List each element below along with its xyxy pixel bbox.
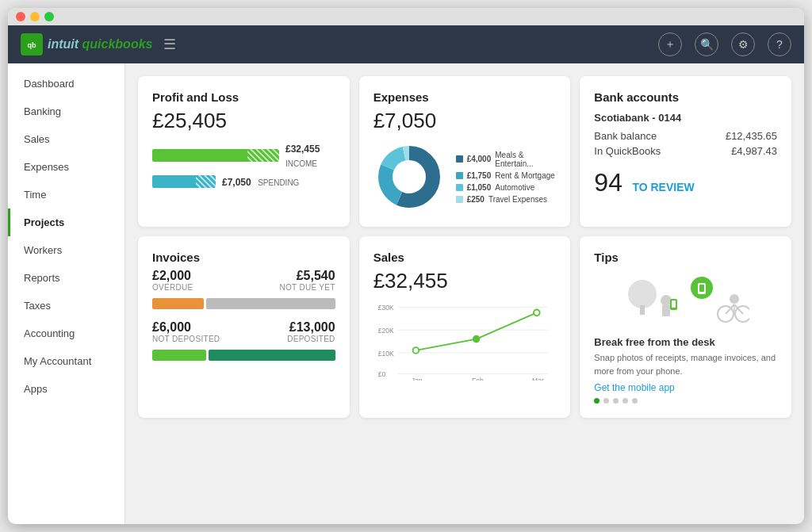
maximize-button[interactable] xyxy=(44,12,54,21)
svg-text:Feb: Feb xyxy=(472,377,484,381)
sidebar-item-apps[interactable]: Apps xyxy=(8,375,124,403)
svg-text:£20K: £20K xyxy=(377,327,393,335)
cards-grid: Profit and Loss £25,405 £32,455 INCOME xyxy=(138,76,791,418)
close-button[interactable] xyxy=(16,12,25,21)
deposited-bar xyxy=(209,350,335,361)
sidebar-item-expenses[interactable]: Expenses xyxy=(8,153,124,181)
svg-text:£10K: £10K xyxy=(377,350,393,358)
qb-value: £4,987.43 xyxy=(731,145,777,157)
profit-loss-card: Profit and Loss £25,405 £32,455 INCOME xyxy=(138,76,350,227)
svg-rect-14 xyxy=(640,305,645,315)
donut-svg xyxy=(373,141,445,212)
tips-illustration xyxy=(594,270,777,330)
overdue-amount: £2,000 xyxy=(152,269,193,283)
deposited-section: £13,000 DEPOSITED xyxy=(287,320,335,343)
deposited-label: DEPOSITED xyxy=(287,335,335,343)
sidebar-item-dashboard[interactable]: Dashboard xyxy=(8,70,124,98)
spending-bar-info: £7,050 SPENDING xyxy=(222,174,299,189)
donut-section: £4,000 Meals & Entertain... £1,750 Rent … xyxy=(373,141,557,212)
svg-rect-16 xyxy=(662,305,670,316)
sidebar: Dashboard Banking Sales Expenses Time Pr… xyxy=(8,63,125,524)
sidebar-item-reports[interactable]: Reports xyxy=(8,264,124,292)
not-deposited-amount: £6,000 xyxy=(152,320,220,335)
bank-accounts-card: Bank accounts Scotiabank - 0144 Bank bal… xyxy=(580,76,791,227)
svg-point-15 xyxy=(661,295,672,306)
svg-text:Mar: Mar xyxy=(532,377,544,381)
svg-rect-21 xyxy=(699,285,704,292)
sidebar-item-time[interactable]: Time xyxy=(8,181,124,209)
review-label[interactable]: TO REVIEW xyxy=(632,181,694,193)
tip-dot-1[interactable] xyxy=(594,398,599,404)
tip-dot-5[interactable] xyxy=(632,398,638,404)
income-bar-solid xyxy=(152,149,247,162)
spending-label: SPENDING xyxy=(258,178,299,187)
sales-value: £32,455 xyxy=(373,269,557,293)
sidebar-item-my-accountant[interactable]: My Accountant xyxy=(8,347,124,375)
tips-pagination-dots xyxy=(594,398,777,404)
legend-item-1: £4,000 Meals & Entertain... xyxy=(456,151,557,168)
expenses-title: Expenses xyxy=(373,90,557,104)
bank-accounts-title: Bank accounts xyxy=(594,90,777,104)
svg-text:£0: £0 xyxy=(377,370,385,378)
overdue-label: OVERDUE xyxy=(152,283,193,292)
hamburger-menu[interactable]: ☰ xyxy=(163,36,176,53)
sales-dot-mar xyxy=(534,309,540,316)
add-button[interactable]: ＋ xyxy=(658,33,682,56)
overdue-section: £2,000 OVERDUE xyxy=(152,269,193,292)
income-bar-hatched xyxy=(247,149,279,162)
spending-bar-hatched xyxy=(196,175,216,188)
legend-dot-4 xyxy=(456,196,463,203)
sidebar-item-workers[interactable]: Workers xyxy=(8,236,124,264)
profit-loss-value: £25,405 xyxy=(152,109,335,133)
sidebar-item-projects[interactable]: Projects xyxy=(8,209,124,236)
settings-button[interactable]: ⚙ xyxy=(731,33,755,56)
overdue-bar xyxy=(152,298,204,309)
invoices-title: Invoices xyxy=(152,251,335,264)
sales-chart: £30K £20K £10K £0 xyxy=(373,301,557,384)
tip-dot-3[interactable] xyxy=(613,398,619,404)
svg-point-13 xyxy=(628,280,657,308)
sidebar-item-banking[interactable]: Banking xyxy=(8,98,124,125)
sidebar-item-taxes[interactable]: Taxes xyxy=(8,292,124,320)
sales-svg: £30K £20K £10K £0 xyxy=(373,301,557,381)
app-window: qb intuit quickbooks ☰ ＋ 🔍 ⚙ ? Da xyxy=(8,8,804,524)
donut-center xyxy=(393,161,425,193)
sales-dot-feb xyxy=(473,336,479,343)
deposit-bars xyxy=(152,350,335,361)
svg-text:Jan: Jan xyxy=(411,377,422,381)
not-deposited-label: NOT DEPOSITED xyxy=(152,335,220,343)
bank-balance-row: Bank balance £12,435.65 xyxy=(594,130,777,142)
qb-label: In QuickBooks xyxy=(594,145,661,157)
bank-balance-value: £12,435.65 xyxy=(726,130,777,142)
donut-chart xyxy=(373,141,445,212)
tip-dot-2[interactable] xyxy=(603,398,609,404)
spending-bar-row: £7,050 SPENDING xyxy=(152,174,335,189)
profit-loss-title: Profit and Loss xyxy=(152,90,335,104)
not-deposited-bar xyxy=(152,350,206,361)
tip-dot-4[interactable] xyxy=(622,398,628,404)
invoice-overdue-row: £2,000 OVERDUE £5,540 NOT DUE YET xyxy=(152,269,335,292)
deposit-row: £6,000 NOT DEPOSITED £13,000 DEPOSITED xyxy=(152,320,335,343)
qb-balance-row: In QuickBooks £4,987.43 xyxy=(594,145,777,157)
minimize-button[interactable] xyxy=(30,12,40,21)
sales-title: Sales xyxy=(373,251,557,264)
logo-intuit: intuit xyxy=(48,37,82,51)
svg-text:qb: qb xyxy=(28,41,36,49)
get-mobile-app-link[interactable]: Get the mobile app xyxy=(594,382,777,393)
not-due-amount: £5,540 xyxy=(279,269,335,283)
logo-text: intuit quickbooks xyxy=(48,37,152,52)
income-bar-container xyxy=(152,149,279,162)
app-container: qb intuit quickbooks ☰ ＋ 🔍 ⚙ ? Da xyxy=(8,25,804,524)
sidebar-item-accounting[interactable]: Accounting xyxy=(8,320,124,347)
legend-dot-2 xyxy=(456,172,463,179)
tips-title: Tips xyxy=(594,251,777,264)
svg-point-27 xyxy=(730,294,739,304)
search-button[interactable]: 🔍 xyxy=(695,33,718,56)
review-number: 94 xyxy=(594,168,622,197)
logo-icon: qb xyxy=(21,33,43,55)
sales-card: Sales £32,455 £30K £20K £10K £0 xyxy=(359,236,571,418)
sidebar-item-sales[interactable]: Sales xyxy=(8,125,124,153)
deposited-amount: £13,000 xyxy=(287,320,335,335)
help-button[interactable]: ? xyxy=(768,33,791,56)
legend-item-2: £1,750 Rent & Mortgage xyxy=(456,171,557,180)
